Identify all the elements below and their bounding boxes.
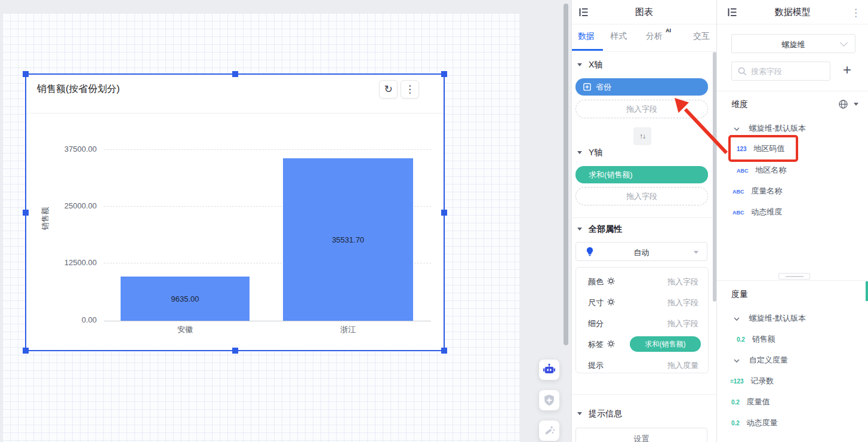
attr-label: 颜色 <box>588 277 604 287</box>
measures-label: 度量 <box>731 289 748 300</box>
measures-divider <box>717 280 868 281</box>
dataset-select-value: 螺旋维 <box>732 39 855 50</box>
attr-label: 细分 <box>588 318 604 329</box>
tooltip-settings-button[interactable]: 设置 <box>575 428 707 442</box>
field-dynamic-measure[interactable]: 0.2 动态度量 <box>731 418 778 428</box>
gridline <box>104 149 431 150</box>
measure-group-label: 螺旋维-默认版本 <box>749 314 806 323</box>
section-divider <box>572 394 716 395</box>
chart-widget[interactable]: 销售额(按省份划分) ↻ ⋮ 37500.00 25000.00 12500.0… <box>25 73 445 351</box>
measure-field-icon: 0.2 <box>731 420 740 426</box>
tab-data[interactable]: 数据 <box>578 31 595 42</box>
label-field-text: 求和(销售额) <box>645 339 686 349</box>
attr-label: 标签 <box>588 339 604 350</box>
resize-handle-e[interactable] <box>441 210 447 216</box>
field-measure-value[interactable]: 0.2 度量值 <box>731 397 770 407</box>
resize-handle-se[interactable] <box>441 348 447 354</box>
tab-style[interactable]: 样式 <box>610 31 627 42</box>
x-axis-field-label: 省份 <box>596 82 611 93</box>
chevron-down-icon <box>734 359 740 363</box>
resize-handle-ne[interactable] <box>441 71 447 77</box>
ai-assistant-button[interactable] <box>539 360 559 380</box>
measure-group-default[interactable]: 螺旋维-默认版本 <box>734 313 806 324</box>
chart-panel-title: 图表 <box>572 7 716 18</box>
swap-axes-icon: ↑↓ <box>639 132 645 140</box>
gear-icon[interactable] <box>607 340 615 348</box>
dimensions-dropdown-caret[interactable] <box>854 103 858 106</box>
bi-designer-app: 销售额(按省份划分) ↻ ⋮ 37500.00 25000.00 12500.0… <box>0 0 868 442</box>
attr-row-label: 标签 求和(销售额) <box>576 334 708 355</box>
attr-drop-placeholder[interactable]: 拖入度量 <box>667 360 698 371</box>
x-axis-section-label: X轴 <box>589 60 602 70</box>
attr-drop-placeholder[interactable]: 拖入字段 <box>667 277 698 287</box>
magic-beautify-button[interactable] <box>539 420 559 441</box>
measures-edge-indicator <box>866 281 868 301</box>
expand-field-icon[interactable] <box>583 83 591 91</box>
all-attributes-caret[interactable] <box>577 228 582 231</box>
section-divider <box>572 217 716 218</box>
x-category-label: 浙江 <box>312 324 384 335</box>
gear-icon[interactable] <box>607 277 615 285</box>
y-axis-drop-zone[interactable]: 拖入字段 <box>575 187 708 205</box>
field-name: 度量值 <box>747 397 770 406</box>
field-name: 动态维度 <box>751 207 782 216</box>
chart-settings-panel: 图表 数据 样式 分析 AI 交互 X轴 省份 拖入字段 ↑↓ Y轴 求和(销售… <box>571 0 716 442</box>
measure-group-custom[interactable]: 自定义度量 <box>734 355 788 366</box>
panel-more-icon[interactable]: ⋮ <box>851 7 861 19</box>
data-panel-header: 数据模型 ⋮ <box>717 0 868 24</box>
bar-anhui[interactable]: 9635.00 <box>121 277 250 321</box>
field-measure-name[interactable]: ABC 度量名称 <box>732 186 782 197</box>
dimension-group-label: 螺旋维-默认版本 <box>749 124 806 133</box>
search-divider <box>717 91 868 91</box>
field-search-input[interactable] <box>751 63 827 79</box>
bar-value-label: 9635.00 <box>171 294 199 303</box>
tooltip-info-caret[interactable] <box>577 412 582 415</box>
y-axis-collapse-caret[interactable] <box>577 151 582 154</box>
dashboard-canvas[interactable]: 销售额(按省份划分) ↻ ⋮ 37500.00 25000.00 12500.0… <box>0 0 571 442</box>
dataset-select[interactable]: 螺旋维 <box>731 34 855 53</box>
attribute-rows-box: 颜色 拖入字段 尺寸 拖入字段 细分 拖入字段 标签 求和(销售额) <box>575 267 709 373</box>
add-field-button[interactable]: + <box>839 62 855 79</box>
attr-row-color: 颜色 拖入字段 <box>576 271 708 292</box>
field-dynamic-dimension[interactable]: ABC 动态维度 <box>732 207 782 217</box>
resize-handle-w[interactable] <box>23 210 29 216</box>
field-name: 记录数 <box>750 376 774 385</box>
y-tick: 0.00 <box>43 315 97 324</box>
gear-icon[interactable] <box>607 298 615 306</box>
canvas-scrollbar[interactable] <box>564 4 568 345</box>
field-sales-amount[interactable]: 0.2 销售额 <box>737 334 775 345</box>
swap-axes-button[interactable]: ↑↓ <box>633 127 651 145</box>
y-axis-section-label: Y轴 <box>589 148 602 158</box>
resize-handle-nw[interactable] <box>23 71 29 77</box>
field-region-name[interactable]: ABC 地区名称 <box>737 165 786 176</box>
data-model-panel: 数据模型 ⋮ 螺旋维 + 维度 螺旋维-默认版本 <box>716 0 868 442</box>
color-mode-select[interactable]: 自动 <box>575 242 707 261</box>
resize-handle-n[interactable] <box>232 71 238 77</box>
y-axis-field-pill[interactable]: 求和(销售额) <box>575 166 708 183</box>
section-resize-handle[interactable] <box>778 273 810 280</box>
y-axis-field-label: 求和(销售额) <box>589 170 633 180</box>
active-tab-underline <box>572 49 603 51</box>
x-category-label: 安徽 <box>149 324 221 335</box>
y-tick: 25000.00 <box>43 201 97 210</box>
x-axis-collapse-caret[interactable] <box>577 63 582 66</box>
ai-badge: AI <box>666 27 671 33</box>
resize-handle-s[interactable] <box>232 348 238 354</box>
dimension-group[interactable]: 螺旋维-默认版本 <box>734 123 806 134</box>
tab-interaction[interactable]: 交互 <box>693 31 710 42</box>
y-tick: 37500.00 <box>43 145 97 154</box>
x-axis-line <box>104 321 431 321</box>
robot-icon <box>542 363 556 377</box>
field-search-box[interactable] <box>731 62 830 81</box>
resize-handle-sw[interactable] <box>23 348 29 354</box>
security-check-button[interactable] <box>539 390 559 410</box>
globe-icon[interactable] <box>838 99 848 109</box>
bar-zhejiang[interactable]: 35531.70 <box>283 158 413 321</box>
attr-drop-placeholder[interactable]: 拖入字段 <box>667 318 698 329</box>
label-field-pill[interactable]: 求和(销售额) <box>630 336 701 352</box>
attr-drop-placeholder[interactable]: 拖入字段 <box>667 297 698 308</box>
chevron-down-icon <box>734 127 740 131</box>
field-record-count[interactable]: =123 记录数 <box>730 376 774 386</box>
tab-analysis[interactable]: 分析 <box>646 31 663 42</box>
tooltip-info-label: 提示信息 <box>589 409 622 419</box>
